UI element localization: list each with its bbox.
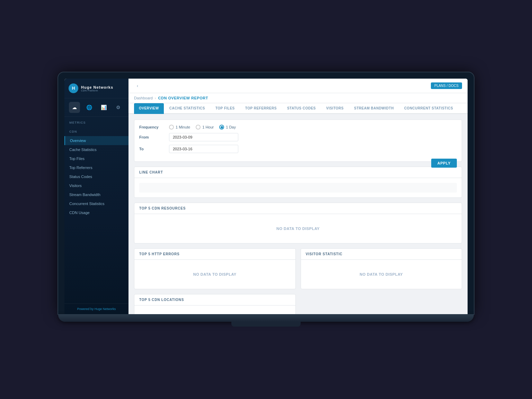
globe-icon-btn[interactable]: 🌐	[83, 102, 95, 113]
sidebar-item-stream-bandwidth[interactable]: Stream Bandwidth	[64, 190, 128, 199]
tab-visitors[interactable]: VISITORS	[321, 103, 349, 114]
radio-1min[interactable]: 1 Minute	[169, 125, 190, 130]
sidebar-item-cache-statistics[interactable]: Cache Statistics	[64, 145, 128, 154]
breadcrumb: Dashboard › CDN OVERVIEW REPORT	[128, 93, 468, 103]
to-date-input[interactable]	[169, 145, 238, 153]
sidebar-item-cdn-usage[interactable]: CDN Usage	[64, 208, 128, 217]
radio-circle-1day	[219, 125, 224, 130]
from-row: From	[139, 133, 457, 141]
top-cdn-locations-header: TOP 5 CDN LOCATIONS	[134, 294, 295, 305]
top-http-errors-no-data: NO DATA TO DISPLAY	[139, 265, 291, 284]
tabs-bar: OVERVIEW CACHE STATISTICS TOP FILES TOP …	[128, 103, 468, 114]
topbar: ‹ PLANS / DOCS	[128, 79, 468, 93]
radio-label-1hour: 1 Hour	[202, 125, 214, 129]
line-chart-header: LINE CHART	[134, 167, 462, 178]
footer-text: Powered by	[77, 307, 95, 311]
sidebar-item-overview[interactable]: Overview	[64, 136, 128, 145]
from-label: From	[139, 135, 163, 139]
line-chart-area	[139, 183, 457, 193]
tab-stream-bandwidth[interactable]: STREAM BANDWIDTH	[349, 103, 399, 114]
tab-overview[interactable]: OVERVIEW	[134, 103, 164, 114]
metrics-label: METRICS	[64, 117, 128, 126]
tab-status-codes[interactable]: STATUS CODES	[282, 103, 321, 114]
cloud-icon: ☁	[72, 105, 77, 110]
frequency-label: Frequency	[139, 125, 163, 129]
laptop-base	[58, 314, 474, 322]
visitor-statistic-card: VISITOR STATISTIC NO DATA TO DISPLAY	[301, 248, 462, 289]
apply-button[interactable]: APPLY	[431, 159, 457, 168]
radio-1day[interactable]: 1 Day	[219, 125, 236, 130]
visitor-statistic-body: NO DATA TO DISPLAY	[301, 260, 462, 289]
collapse-icon: ‹	[137, 83, 138, 88]
tab-concurrent-statistics[interactable]: CONCURRENT STATISTICS	[399, 103, 458, 114]
top-cdn-locations-card: TOP 5 CDN LOCATIONS NO DATA TO DISPLAY	[134, 294, 296, 314]
top-cdn-resources-card: TOP 5 CDN RESOURCES NO DATA TO DISPLAY	[134, 203, 462, 243]
gear-icon: ⚙	[116, 105, 121, 110]
logo-text: Huge Networks	[81, 85, 113, 89]
breadcrumb-parent[interactable]: Dashboard	[134, 96, 153, 100]
footer-link[interactable]: Huge Networks	[95, 307, 116, 311]
chart-icon-btn[interactable]: 📊	[98, 102, 109, 113]
filter-card: Frequency 1 Minute 1 Hour	[134, 119, 462, 162]
logo-icon: H	[69, 83, 78, 93]
tab-top-referrers[interactable]: TOP REFERRERS	[240, 103, 282, 114]
sidebar-logo: H Huge Networks CDN Platform	[64, 79, 128, 98]
sidebar-item-status-codes[interactable]: Status Codes	[64, 172, 128, 181]
line-chart-card: LINE CHART	[134, 167, 462, 198]
main-content: ‹ PLANS / DOCS Dashboard › CDN OVERVIEW …	[128, 79, 468, 314]
line-chart-body	[134, 178, 462, 197]
top-cdn-resources-no-data: NO DATA TO DISPLAY	[139, 219, 457, 238]
breadcrumb-separator: ›	[155, 96, 156, 100]
sidebar-item-concurrent-statistics[interactable]: Concurrent Statistics	[64, 199, 128, 208]
laptop-stand	[231, 322, 301, 327]
visitor-statistic-header: VISITOR STATISTIC	[301, 249, 462, 260]
content-area: Frequency 1 Minute 1 Hour	[128, 114, 468, 314]
gear-icon-btn[interactable]: ⚙	[113, 102, 124, 113]
radio-circle-1min	[169, 125, 174, 130]
top-http-errors-card: TOP 5 HTTP ERRORS NO DATA TO DISPLAY	[134, 248, 296, 289]
user-info-button[interactable]: PLANS / DOCS	[431, 82, 462, 89]
sidebar-item-top-files[interactable]: Top Files	[64, 154, 128, 163]
top-cdn-resources-body: NO DATA TO DISPLAY	[134, 214, 462, 243]
collapse-button[interactable]: ‹	[134, 82, 141, 89]
globe-icon: 🌐	[86, 105, 92, 110]
top-cdn-resources-header: TOP 5 CDN RESOURCES	[134, 203, 462, 214]
radio-label-1min: 1 Minute	[176, 125, 190, 129]
top-cdn-locations-no-data: NO DATA TO DISPLAY	[139, 310, 291, 314]
sidebar-item-top-referrers[interactable]: Top Referrers	[64, 163, 128, 172]
visitor-statistic-no-data: NO DATA TO DISPLAY	[306, 265, 457, 284]
sidebar-footer: Powered by Huge Networks	[64, 303, 128, 314]
to-label: To	[139, 147, 163, 151]
radio-label-1day: 1 Day	[226, 125, 236, 129]
sidebar-icon-row: ☁ 🌐 📊 ⚙	[64, 98, 128, 117]
tab-cache-statistics[interactable]: CACHE STATISTICS	[165, 103, 210, 114]
from-date-input[interactable]	[169, 133, 238, 141]
radio-1hour[interactable]: 1 Hour	[196, 125, 214, 130]
cdn-label: CDN	[64, 126, 128, 135]
cloud-icon-btn[interactable]: ☁	[69, 102, 80, 113]
top-cdn-locations-body: NO DATA TO DISPLAY	[134, 305, 295, 314]
breadcrumb-current: CDN OVERVIEW REPORT	[158, 96, 208, 100]
sidebar-nav: Overview Cache Statistics Top Files Top …	[64, 135, 128, 303]
two-col-row: TOP 5 HTTP ERRORS NO DATA TO DISPLAY VIS…	[134, 248, 462, 289]
sidebar-item-visitors[interactable]: Visitors	[64, 181, 128, 190]
logo-sub: CDN Platform	[81, 89, 113, 92]
chart-icon: 📊	[101, 105, 107, 110]
radio-circle-1hour	[196, 125, 201, 130]
sidebar: H Huge Networks CDN Platform ☁ 🌐 📊	[64, 79, 128, 314]
top-http-errors-header: TOP 5 HTTP ERRORS	[134, 249, 295, 260]
to-row: To	[139, 145, 457, 153]
frequency-radio-group: 1 Minute 1 Hour 1 Day	[169, 125, 236, 130]
frequency-row: Frequency 1 Minute 1 Hour	[139, 125, 457, 130]
tab-top-files[interactable]: TOP FILES	[211, 103, 240, 114]
top-http-errors-body: NO DATA TO DISPLAY	[134, 260, 295, 289]
